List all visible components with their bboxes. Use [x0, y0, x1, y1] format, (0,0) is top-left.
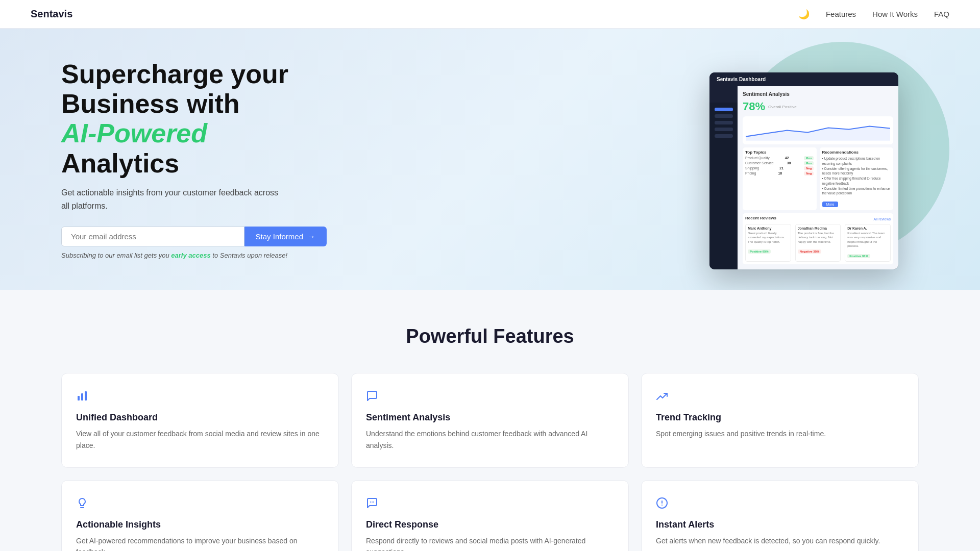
nav-logo: Sentavis	[31, 8, 72, 20]
more-button[interactable]: More	[822, 202, 839, 207]
feature-card-instant-alerts: Instant Alerts Get alerts when new feedb…	[641, 480, 919, 551]
svg-point-8	[662, 505, 663, 506]
svg-point-5	[373, 502, 374, 503]
feature-name: Instant Alerts	[656, 519, 904, 530]
sidebar-item	[715, 128, 733, 131]
nav-moon-icon[interactable]: 🌙	[798, 9, 810, 20]
top-topics-box: Top Topics Product Quality42Pos Customer…	[743, 147, 817, 210]
sidebar-item	[715, 121, 733, 124]
hero-section: Supercharge your Business with AI-Powere…	[0, 29, 980, 290]
email-input[interactable]	[61, 227, 244, 246]
hero-visual: Sentavis Dashboard Sentiment Analysis 78…	[704, 62, 919, 256]
svg-point-4	[372, 502, 373, 503]
alert-circle-icon	[656, 497, 904, 512]
dashboard-content-title: Sentiment Analysis	[743, 91, 893, 97]
review-item: Dr Karen A. Excellent service! The team …	[845, 224, 891, 262]
nav-how-it-works-link[interactable]: How It Works	[872, 10, 918, 18]
feature-desc: Get AI-powered recommendations to improv…	[76, 535, 324, 551]
chart-area	[743, 116, 893, 144]
nav-links: 🌙 Features How It Works FAQ	[798, 9, 949, 20]
feature-card-trend-tracking: Trend Tracking Spot emerging issues and …	[641, 373, 919, 468]
nav-faq-link[interactable]: FAQ	[934, 10, 949, 18]
feature-desc: Spot emerging issues and positive trends…	[656, 428, 904, 439]
svg-rect-0	[78, 396, 80, 400]
review-item: Marc Anthony Great product! Really excee…	[745, 224, 791, 262]
features-grid: Unified Dashboard View all of your custo…	[61, 373, 919, 551]
feature-name: Sentiment Analysis	[366, 412, 614, 423]
dashboard-title: Sentavis Dashboard	[717, 77, 766, 82]
feature-card-sentiment-analysis: Sentiment Analysis Understand the emotio…	[351, 373, 629, 468]
review-row: Marc Anthony Great product! Really excee…	[745, 224, 891, 262]
trend-up-icon	[656, 390, 904, 405]
feature-desc: Get alerts when new feedback is detected…	[656, 535, 904, 546]
bar-chart-icon	[76, 390, 324, 405]
stat-number: 78%	[743, 100, 765, 113]
feature-desc: Respond directly to reviews and social m…	[366, 535, 614, 551]
features-title: Powerful Features	[61, 325, 919, 347]
svg-point-3	[370, 502, 371, 503]
feature-card-direct-response: Direct Response Respond directly to revi…	[351, 480, 629, 551]
all-reviews-link[interactable]: All reviews	[874, 217, 891, 221]
dashboard-mockup: Sentavis Dashboard Sentiment Analysis 78…	[709, 72, 898, 269]
dashboard-header: Sentavis Dashboard	[709, 72, 898, 86]
feature-card-unified-dashboard: Unified Dashboard View all of your custo…	[61, 373, 339, 468]
feature-name: Unified Dashboard	[76, 412, 324, 423]
dashboard-stat: 78% Overall Positive	[743, 100, 893, 113]
feature-name: Direct Response	[366, 519, 614, 530]
review-item: Jonathan Medina The product is fine, but…	[795, 224, 841, 262]
arrow-icon: →	[307, 232, 315, 241]
feature-name: Actionable Insights	[76, 519, 324, 530]
dashboard-sidebar	[709, 103, 738, 269]
feature-desc: View all of your customer feedback from …	[76, 428, 324, 451]
recommendations-box: Recommendations • Update product descrip…	[820, 147, 894, 210]
sidebar-item	[715, 108, 733, 111]
sidebar-item	[715, 134, 733, 138]
lightbulb-icon	[76, 497, 324, 512]
feature-name: Trend Tracking	[656, 412, 904, 423]
dashboard-content: Sentiment Analysis 78% Overall Positive	[738, 86, 898, 269]
chat-bubble-icon	[366, 390, 614, 405]
reply-icon	[366, 497, 614, 512]
hero-subtitle: Get actionable insights from your custom…	[61, 186, 286, 212]
feature-desc: Understand the emotions behind customer …	[366, 428, 614, 451]
stat-label: Overall Positive	[768, 105, 797, 109]
hero-form: Stay Informed →	[61, 227, 327, 246]
svg-rect-1	[81, 393, 83, 400]
hero-note: Subscribing to our email list gets you e…	[61, 252, 327, 259]
stay-informed-button[interactable]: Stay Informed →	[244, 227, 327, 246]
feature-card-actionable-insights: Actionable Insights Get AI-powered recom…	[61, 480, 339, 551]
dashboard-sections: Top Topics Product Quality42Pos Customer…	[743, 147, 893, 210]
hero-title: Supercharge your Business with AI-Powere…	[61, 59, 327, 178]
features-section: Powerful Features Unified Dashboard View…	[0, 290, 980, 551]
nav-features-link[interactable]: Features	[826, 10, 856, 18]
sidebar-item	[715, 114, 733, 118]
navbar: Sentavis 🌙 Features How It Works FAQ	[0, 0, 980, 29]
svg-rect-2	[85, 391, 87, 400]
reviews-box: Recent Reviews All reviews Marc Anthony …	[743, 213, 893, 264]
hero-left: Supercharge your Business with AI-Powere…	[61, 59, 327, 259]
